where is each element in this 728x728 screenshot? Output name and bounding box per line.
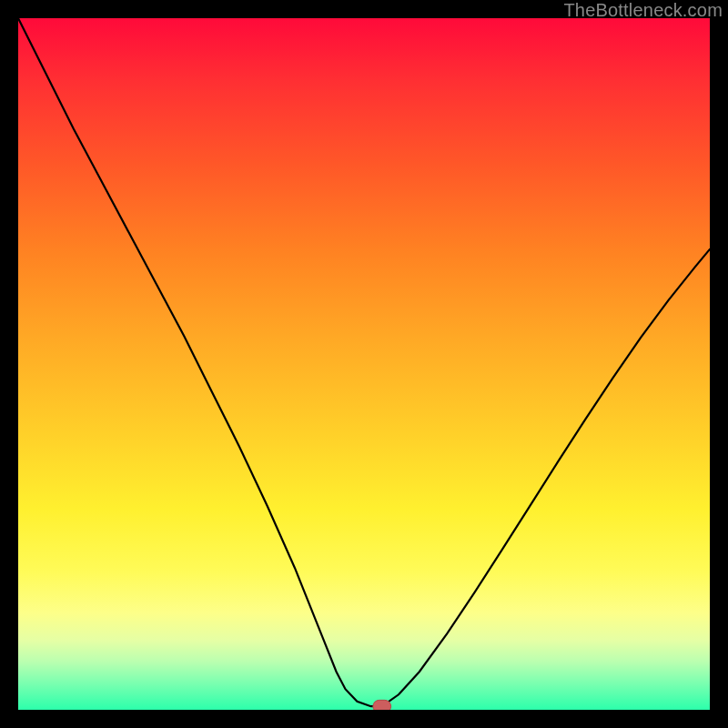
minimum-marker: [373, 700, 391, 710]
watermark-text: TheBottleneck.com: [563, 0, 723, 21]
curve-svg: [18, 18, 710, 710]
plot-area: [18, 18, 710, 710]
chart-frame: TheBottleneck.com: [0, 0, 728, 728]
curve-left-branch: [18, 18, 382, 706]
bottleneck-curve: [18, 18, 710, 710]
curve-right-branch: [382, 249, 710, 706]
